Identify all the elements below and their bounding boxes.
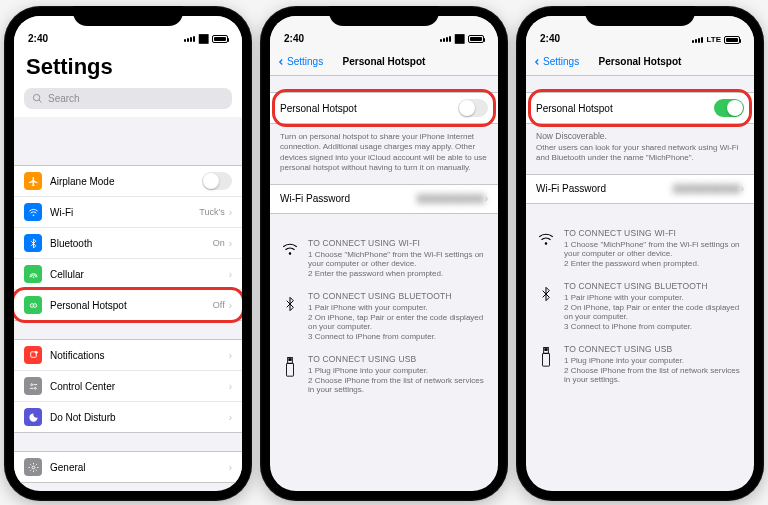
iphone-frame-2: 2:40 Settings Personal Hotspot Personal … [260,6,508,501]
notifications-icon [24,346,42,364]
svg-rect-20 [545,348,546,350]
hotspot-value: Off [213,300,225,310]
svg-rect-21 [546,348,547,350]
wifi-icon [280,240,300,258]
connect-wifi-step: 1 Choose "MichPhone" from the Wi-Fi sett… [564,240,744,258]
connect-bt-step: 1 Pair iPhone with your computer. [564,293,744,302]
hotspot-toggle-on[interactable] [714,99,744,117]
hotspot-toggle-label: Personal Hotspot [536,103,714,114]
chevron-icon: › [229,238,232,249]
svg-point-13 [289,252,291,254]
bluetooth-icon [536,283,556,305]
connect-bluetooth-info: TO CONNECT USING BLUETOOTH 1 Pair iPhone… [270,285,498,348]
notch [73,6,183,26]
connect-usb-step: 2 Choose iPhone from the list of network… [564,366,744,384]
connect-wifi-info: TO CONNECT USING WI-FI 1 Choose "MichPho… [526,222,754,275]
connect-bt-step: 2 On iPhone, tap Pair or enter the code … [308,313,488,331]
dnd-icon [24,408,42,426]
dnd-label: Do Not Disturb [50,412,229,423]
chevron-icon: › [229,350,232,361]
row-personal-hotspot[interactable]: Personal Hotspot Off › [14,290,242,320]
row-wifi-password[interactable]: Wi-Fi Password ████████████ › [526,175,754,203]
iphone-frame-1: 2:40 Settings Search Airplane Mode [4,6,252,501]
bluetooth-icon [280,293,300,315]
back-label: Settings [287,56,323,67]
airplane-toggle[interactable] [202,172,232,190]
nav-bar: Settings Personal Hotspot [526,48,754,76]
row-cellular[interactable]: Cellular › [14,259,242,290]
connect-usb-title: TO CONNECT USING USB [564,344,744,354]
signal-icon [440,36,451,42]
row-do-not-disturb[interactable]: Do Not Disturb › [14,402,242,432]
connect-usb-info: TO CONNECT USING USB 1 Plug iPhone into … [526,338,754,391]
bluetooth-label: Bluetooth [50,238,213,249]
svg-rect-15 [289,358,290,360]
hotspot-description: Other users can look for your shared net… [526,143,754,174]
connect-usb-info: TO CONNECT USING USB 1 Plug iPhone into … [270,348,498,401]
settings-screen: 2:40 Settings Search Airplane Mode [14,16,242,491]
hotspot-label: Personal Hotspot [50,300,213,311]
notch [329,6,439,26]
search-input[interactable]: Search [24,88,232,109]
chevron-icon: › [229,207,232,218]
back-button[interactable]: Settings [532,56,579,68]
battery-icon [212,35,228,43]
connect-bt-step: 3 Connect to iPhone from computer. [564,322,744,331]
control-center-label: Control Center [50,381,229,392]
usb-icon [280,356,300,380]
row-bluetooth[interactable]: Bluetooth On › [14,228,242,259]
svg-point-2 [33,214,34,215]
row-notifications[interactable]: Notifications › [14,340,242,371]
back-button[interactable]: Settings [276,56,323,68]
connect-bt-title: TO CONNECT USING BLUETOOTH [564,281,744,291]
wifipw-value: ████████████ [417,194,485,203]
chevron-icon: › [229,381,232,392]
battery-icon [468,35,484,43]
row-general[interactable]: General › [14,452,242,482]
row-hotspot-toggle[interactable]: Personal Hotspot [526,93,754,123]
hotspot-toggle-off[interactable] [458,99,488,117]
row-wifi[interactable]: Wi-Fi Tuck's › [14,197,242,228]
iphone-frame-3: 2:40 LTE Settings Personal Hotspot Perso… [516,6,764,501]
row-hotspot-toggle[interactable]: Personal Hotspot [270,93,498,123]
svg-rect-17 [287,363,294,376]
search-placeholder: Search [48,93,80,104]
connect-usb-step: 1 Plug iPhone into your computer. [308,366,488,375]
connect-wifi-step: 1 Choose "MichPhone" from the Wi-Fi sett… [308,250,488,268]
notifications-label: Notifications [50,350,229,361]
connect-wifi-step: 2 Enter the password when prompted. [308,269,488,278]
svg-point-12 [32,466,35,469]
bluetooth-value: On [213,238,225,248]
connect-wifi-title: TO CONNECT USING WI-FI [308,238,488,248]
svg-rect-16 [290,358,291,360]
signal-icon [184,36,195,42]
clock: 2:40 [540,33,560,44]
connect-bluetooth-info: TO CONNECT USING BLUETOOTH 1 Pair iPhone… [526,275,754,338]
control-center-icon [24,377,42,395]
wifi-icon [454,33,465,44]
chevron-icon: › [485,193,488,204]
page-title: Settings [14,48,242,88]
signal-icon [692,37,703,43]
row-wifi-password[interactable]: Wi-Fi Password ████████████ › [270,185,498,213]
nav-bar: Settings Personal Hotspot [270,48,498,76]
wifipw-value: ████████████ [673,184,741,193]
hotspot-description: Turn on personal hotspot to share your i… [270,128,498,184]
connect-usb-step: 1 Plug iPhone into your computer. [564,356,744,365]
chevron-icon: › [229,412,232,423]
svg-point-10 [34,387,36,389]
row-control-center[interactable]: Control Center › [14,371,242,402]
clock: 2:40 [28,33,48,44]
general-label: General [50,462,229,473]
wifi-settings-icon [24,203,42,221]
hotspot-toggle-label: Personal Hotspot [280,103,458,114]
chevron-left-icon [532,56,542,68]
wifi-value: Tuck's [199,207,224,217]
row-airplane-mode[interactable]: Airplane Mode [14,166,242,197]
hotspot-off-screen: 2:40 Settings Personal Hotspot Personal … [270,16,498,491]
clock: 2:40 [284,33,304,44]
chevron-icon: › [229,462,232,473]
usb-icon [536,346,556,370]
lte-icon: LTE [706,35,721,44]
general-icon [24,458,42,476]
